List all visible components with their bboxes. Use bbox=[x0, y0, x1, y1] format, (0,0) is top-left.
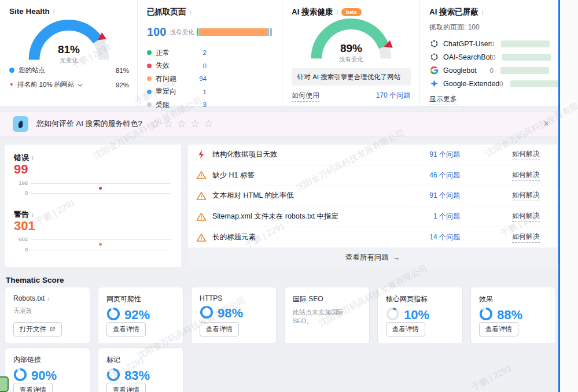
how-to-fix-link[interactable]: 如何解决 bbox=[512, 232, 540, 243]
view-details-button[interactable]: 查看详情 bbox=[13, 383, 53, 392]
view-details-button[interactable]: 查看详情 bbox=[386, 322, 425, 336]
floating-widget[interactable] bbox=[0, 376, 9, 392]
view-details-button[interactable]: 查看详情 bbox=[106, 322, 146, 336]
legend-count-link[interactable]: 94 bbox=[192, 75, 207, 82]
card-label: Robots.txt i bbox=[13, 294, 82, 302]
legend-row-redirects[interactable]: 重定向 1 bbox=[147, 86, 273, 99]
ai-issues-link[interactable]: 170 个问题 bbox=[376, 91, 410, 102]
view-details-button[interactable]: 查看详情 bbox=[106, 383, 146, 392]
view-all-issues-button[interactable]: 查看所有问题 → bbox=[188, 247, 557, 268]
open-file-button[interactable]: 打开文件 bbox=[13, 322, 62, 336]
bot-bar bbox=[500, 67, 549, 74]
screen-divider-line bbox=[558, 0, 560, 392]
issue-row[interactable]: Sitemap.xml 文件未在 robots.txt 中指定 1 个问题 如何… bbox=[188, 206, 557, 227]
score-percent: 98% bbox=[218, 306, 243, 321]
button-label: 查看详情 bbox=[113, 325, 139, 334]
crawl-status-bar[interactable] bbox=[197, 28, 273, 36]
card-score: 90% bbox=[13, 368, 82, 384]
close-icon[interactable]: × bbox=[540, 117, 553, 130]
ai-blocked-crawled-label: 抓取的页面: 100 bbox=[429, 23, 549, 32]
errors-value[interactable]: 99 bbox=[14, 162, 28, 177]
star-icon[interactable]: ☆ bbox=[177, 118, 190, 130]
external-link-icon bbox=[49, 326, 56, 332]
ai-health-gauge: 89% 没有变化 bbox=[308, 15, 395, 64]
star-icon[interactable]: ☆ bbox=[150, 118, 164, 130]
errors-warnings-card: 错误 i 99 198 0 警告 i 301 602 0 bbox=[5, 145, 181, 267]
issue-row[interactable]: 结构化数据项目无效 91 个问题 如何解决 bbox=[188, 145, 557, 165]
issue-row[interactable]: 长的标题元素 14 个问题 如何解决 bbox=[188, 227, 557, 247]
how-to-fix-link[interactable]: 如何解决 bbox=[512, 190, 540, 201]
legend-label: 排名前 10% 的网站 bbox=[17, 80, 74, 89]
legend-label: 受阻 bbox=[156, 100, 192, 110]
legend-label: 您的站点 bbox=[19, 66, 45, 75]
issue-row[interactable]: 文本相对 HTML 的比率低 91 个问题 如何解决 bbox=[188, 186, 557, 207]
view-details-button[interactable]: 查看详情 bbox=[479, 322, 518, 336]
legend-top-sites[interactable]: ▼ 排名前 10% 的网站 92% bbox=[9, 80, 129, 89]
how-to-fix-link[interactable]: 如何解决 bbox=[512, 170, 540, 181]
view-details-button[interactable]: 查看详情 bbox=[200, 322, 239, 336]
info-icon[interactable]: i bbox=[32, 212, 34, 218]
info-icon[interactable]: i bbox=[47, 295, 49, 302]
issue-count-link[interactable]: 14 个问题 bbox=[396, 232, 460, 242]
crawled-pages-title-text: 已抓取页面 bbox=[147, 7, 186, 17]
bot-row-oai-searchbot: OAI-SearchBot 0 bbox=[429, 50, 549, 64]
feedback-question: 您如何评价 AI 搜索的服务特色? bbox=[36, 119, 142, 129]
info-icon[interactable]: i bbox=[53, 8, 55, 14]
bar-segment-healthy bbox=[197, 28, 198, 36]
legend-count-link[interactable]: 3 bbox=[192, 101, 207, 108]
errors-data-point[interactable] bbox=[99, 187, 102, 190]
warnings-data-point[interactable] bbox=[99, 243, 102, 246]
watermark: 于鹏 | 2291 bbox=[470, 363, 514, 392]
issue-count-link[interactable]: 91 个问题 bbox=[396, 191, 460, 201]
show-more-link[interactable]: 显示更多 bbox=[429, 94, 457, 105]
legend-your-site: 您的站点 81% bbox=[9, 66, 129, 75]
star-icon[interactable]: ☆ bbox=[164, 118, 177, 130]
card-score: 83% bbox=[106, 368, 175, 384]
info-icon[interactable]: i bbox=[482, 9, 484, 16]
warning-triangle-icon bbox=[196, 170, 207, 180]
ai-health-links: 如何使用 170 个问题 bbox=[292, 91, 410, 102]
bot-row-chatgpt-user: ChatGPT-User 0 bbox=[429, 37, 549, 50]
warnings-value[interactable]: 301 bbox=[14, 219, 35, 234]
bot-bar bbox=[501, 40, 550, 47]
grid-line bbox=[31, 250, 171, 250]
issue-count-link[interactable]: 91 个问题 bbox=[396, 150, 460, 160]
grid-line bbox=[31, 183, 171, 184]
how-to-fix-link[interactable]: 如何解决 bbox=[512, 211, 540, 222]
legend-count-link[interactable]: 2 bbox=[192, 49, 207, 56]
top-issues-card: 结构化数据项目无效 91 个问题 如何解决 缺少 H1 标签 46 个问题 如何… bbox=[188, 145, 557, 268]
star-icon[interactable]: ☆ bbox=[190, 118, 204, 130]
score-percent: 88% bbox=[497, 308, 522, 323]
legend-row-issues[interactable]: 有问题 94 bbox=[147, 72, 273, 86]
card-label-text: Robots.txt bbox=[13, 294, 45, 302]
blue-dot-icon bbox=[9, 68, 14, 73]
star-rating[interactable]: ☆☆☆☆☆ bbox=[150, 117, 218, 130]
how-to-fix-link[interactable]: 如何解决 bbox=[512, 149, 540, 160]
issue-count-link[interactable]: 1 个问题 bbox=[396, 212, 460, 221]
view-all-label: 查看所有问题 bbox=[345, 253, 389, 262]
issue-count-link[interactable]: 46 个问题 bbox=[396, 171, 460, 180]
legend-label: 有问题 bbox=[156, 74, 192, 84]
bar-segment-issues bbox=[199, 28, 268, 36]
ai-health-note: 针对 AI 搜索引擎更合理优化了网站 bbox=[292, 68, 411, 86]
legend-row-healthy[interactable]: 正常 2 bbox=[147, 46, 273, 60]
issue-text: Sitemap.xml 文件未在 robots.txt 中指定 bbox=[212, 212, 338, 221]
how-to-use-link[interactable]: 如何使用 bbox=[292, 91, 319, 102]
info-icon[interactable]: i bbox=[32, 155, 34, 161]
warning-triangle-icon bbox=[196, 232, 207, 243]
star-icon[interactable]: ☆ bbox=[204, 118, 217, 130]
info-icon[interactable]: i bbox=[336, 9, 338, 16]
button-label: 查看详情 bbox=[113, 386, 139, 392]
issue-row[interactable]: 缺少 H1 标签 46 个问题 如何解决 bbox=[188, 165, 557, 186]
green-dot-icon bbox=[147, 50, 152, 55]
issue-text: 长的标题元素 bbox=[212, 232, 256, 242]
info-icon[interactable]: i bbox=[190, 9, 192, 16]
axis-label: 0 bbox=[13, 190, 28, 196]
bot-count: 0 bbox=[491, 40, 494, 47]
legend-row-blocked[interactable]: 受阻 3 bbox=[147, 98, 273, 112]
bar-segment-redirects bbox=[268, 28, 269, 36]
chevron-down-icon[interactable] bbox=[78, 82, 83, 86]
bot-name: OAI-SearchBot bbox=[443, 53, 492, 61]
legend-count-link[interactable]: 1 bbox=[192, 88, 207, 95]
site-audit-dashboard: Site Health i 81% 无变化 您的站点 81% ▼ 排名前 10 bbox=[0, 0, 578, 392]
